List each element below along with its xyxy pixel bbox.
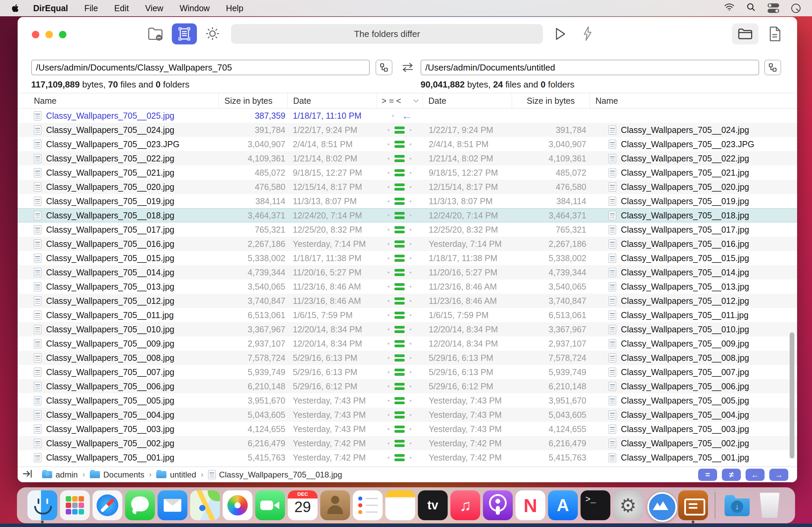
clock-icon[interactable] (791, 4, 800, 13)
dock-trash-icon[interactable] (755, 490, 785, 520)
running-indicator (692, 521, 694, 523)
table-row[interactable]: Classy_Wallpapers_705__018.jpg3,464,3711… (18, 208, 797, 223)
file-name-right: Classy_Wallpapers_705__004.jpg (590, 408, 797, 422)
control-center-icon[interactable] (768, 3, 779, 13)
table-row[interactable]: Classy_Wallpapers_705__025.jpg387,3591/1… (18, 109, 797, 123)
table-row[interactable]: Classy_Wallpapers_705__012.jpg3,740,8471… (18, 294, 797, 308)
remove-folder-button[interactable] (147, 26, 164, 42)
menu-view[interactable]: View (145, 3, 163, 13)
table-row[interactable]: Classy_Wallpapers_705__003.jpg4,124,655Y… (18, 422, 797, 436)
table-row[interactable]: Classy_Wallpapers_705__013.jpg3,540,0651… (18, 280, 797, 294)
table-row[interactable]: Classy_Wallpapers_705__024.jpg391,7841/2… (18, 123, 797, 137)
table-header: Name Size in bytes Date > = < Date Size … (18, 93, 797, 109)
header-name-right[interactable]: Name (590, 93, 797, 108)
dock-facetime-icon[interactable] (255, 490, 285, 520)
close-button[interactable] (32, 31, 39, 38)
apple-menu-icon[interactable] (12, 3, 20, 13)
dock-podcasts-icon[interactable] (483, 490, 513, 520)
left-tree-button[interactable] (376, 60, 392, 75)
table-scrollbar[interactable] (789, 332, 794, 458)
table-row[interactable]: Classy_Wallpapers_705__001.jpg5,415,763Y… (18, 450, 797, 465)
menu-app-name[interactable]: DirEqual (33, 3, 68, 13)
dock-appstore-icon[interactable]: A (548, 490, 578, 520)
dock-sysprefs-icon[interactable]: ⚙ (613, 490, 643, 520)
run-compare-button[interactable] (552, 26, 569, 42)
wifi-icon[interactable] (724, 3, 735, 13)
file-name-left: Classy_Wallpapers_705__012.jpg (18, 294, 218, 308)
settings-gear-icon[interactable] (203, 25, 222, 43)
header-comparison[interactable]: > = < (377, 93, 423, 108)
dock-reminders-icon[interactable] (353, 490, 382, 520)
dock-news-icon[interactable]: N (516, 490, 545, 520)
header-size-right[interactable]: Size in bytes (512, 93, 590, 108)
filter-left-only-button[interactable]: ← (745, 469, 765, 481)
table-row[interactable]: Classy_Wallpapers_705__006.jpg6,210,1485… (18, 379, 797, 394)
header-size-left[interactable]: Size in bytes (218, 93, 287, 108)
filter-not-equal-button[interactable]: ≠ (722, 469, 741, 481)
filter-equal-button[interactable]: = (698, 469, 717, 481)
left-path-input[interactable] (31, 60, 370, 75)
header-date-right[interactable]: Date (423, 93, 512, 108)
dock-tv-icon[interactable]: tv (418, 490, 448, 520)
dock-photos-icon[interactable] (223, 490, 252, 520)
breadcrumb-item[interactable]: Documents (90, 470, 144, 480)
dock-calendar-icon[interactable]: DEC29 (288, 490, 318, 520)
header-date-left[interactable]: Date (287, 93, 377, 108)
table-row[interactable]: Classy_Wallpapers_705__004.jpg5,043,605Y… (18, 408, 797, 422)
table-row[interactable]: Classy_Wallpapers_705__019.jpg384,11411/… (18, 194, 797, 208)
file-icon (609, 168, 616, 177)
right-tree-button[interactable] (764, 60, 781, 75)
header-name-left[interactable]: Name (18, 93, 218, 108)
swap-paths-icon[interactable] (399, 60, 416, 75)
reveal-in-finder-icon[interactable] (23, 469, 33, 481)
table-row[interactable]: Classy_Wallpapers_705__021.jpg485,0729/1… (18, 166, 797, 180)
search-icon[interactable] (746, 3, 755, 14)
breadcrumb-item[interactable]: Classy_Wallpapers_705__018.jpg (208, 470, 342, 480)
breadcrumb-label: Classy_Wallpapers_705__018.jpg (219, 470, 342, 480)
menu-help[interactable]: Help (226, 3, 243, 13)
dock-maps-icon[interactable] (190, 490, 220, 520)
filter-right-only-button[interactable]: → (769, 469, 788, 481)
dock-terminal-icon[interactable]: >_ (581, 490, 610, 520)
compare-button[interactable] (172, 24, 197, 44)
table-row[interactable]: Classy_Wallpapers_705__010.jpg3,367,9671… (18, 322, 797, 337)
file-date-right: 12/25/20, 8:32 PM (423, 223, 512, 237)
file-size-right: 4,739,344 (512, 265, 590, 280)
table-row[interactable]: Classy_Wallpapers_705__014.jpg4,739,3441… (18, 265, 797, 280)
dock-notes-icon[interactable] (385, 490, 415, 520)
table-row[interactable]: Classy_Wallpapers_705__007.jpg5,939,7495… (18, 365, 797, 379)
dock-mountain-icon[interactable] (646, 490, 676, 520)
table-row[interactable]: Classy_Wallpapers_705__023.JPG3,040,9072… (18, 137, 797, 151)
breadcrumb-item[interactable]: admin (42, 470, 77, 480)
quick-action-bolt-button[interactable] (580, 25, 596, 42)
dock-mail-icon[interactable] (158, 490, 187, 520)
breadcrumb-item[interactable]: untitled (156, 470, 196, 480)
zoom-button[interactable] (59, 31, 67, 38)
dock-downloads-icon[interactable] (722, 490, 752, 520)
dock-music-icon[interactable]: ♫ (450, 490, 480, 520)
dock-direqual-icon[interactable] (678, 490, 708, 520)
table-row[interactable]: Classy_Wallpapers_705__005.jpg3,951,670Y… (18, 394, 797, 408)
dock-contacts-icon[interactable] (320, 490, 350, 520)
open-folder-button[interactable] (732, 24, 758, 44)
table-row[interactable]: Classy_Wallpapers_705__009.jpg2,937,1071… (18, 337, 797, 351)
dock-finder-icon[interactable] (27, 490, 57, 520)
table-row[interactable]: Classy_Wallpapers_705__008.jpg7,578,7245… (18, 351, 797, 365)
table-row[interactable]: Classy_Wallpapers_705__020.jpg476,58012/… (18, 180, 797, 194)
dock-safari-icon[interactable] (92, 490, 122, 520)
table-row[interactable]: Classy_Wallpapers_705__011.jpg6,513,0611… (18, 308, 797, 322)
file-name-left: Classy_Wallpapers_705__004.jpg (18, 408, 218, 422)
dock-launchpad-icon[interactable] (60, 490, 90, 520)
menu-edit[interactable]: Edit (114, 3, 129, 13)
dock-messages-icon[interactable] (125, 490, 155, 520)
menu-file[interactable]: File (84, 3, 98, 13)
table-row[interactable]: Classy_Wallpapers_705__022.jpg4,109,3611… (18, 151, 797, 166)
table-row[interactable]: Classy_Wallpapers_705__017.jpg765,32112/… (18, 223, 797, 237)
report-document-button[interactable] (766, 25, 784, 43)
right-path-input[interactable] (421, 60, 759, 75)
menu-window[interactable]: Window (179, 3, 210, 13)
table-row[interactable]: Classy_Wallpapers_705__015.jpg5,338,0021… (18, 251, 797, 265)
minimize-button[interactable] (45, 31, 53, 38)
table-row[interactable]: Classy_Wallpapers_705__002.jpg6,216,479Y… (18, 436, 797, 450)
table-row[interactable]: Classy_Wallpapers_705__016.jpg2,267,186Y… (18, 237, 797, 251)
